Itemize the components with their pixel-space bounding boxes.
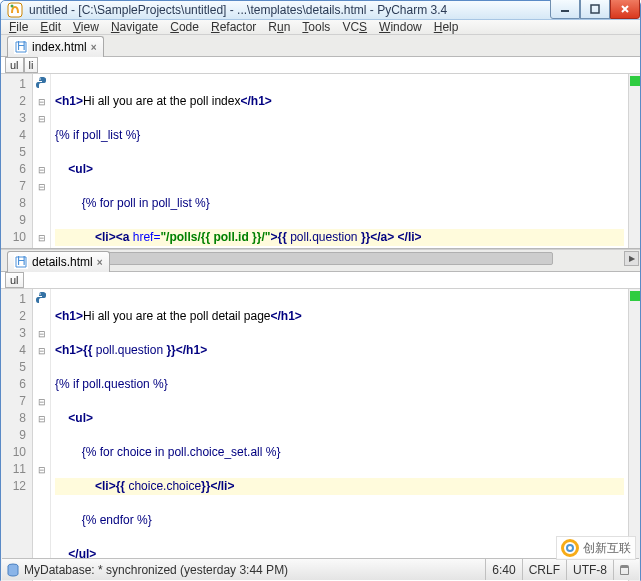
analysis-ok-icon: [630, 291, 640, 301]
line-num: 3: [3, 325, 26, 342]
line-num: 4: [3, 127, 26, 144]
fold-marker[interactable]: [33, 444, 50, 461]
app-logo-icon: [7, 2, 23, 18]
svg-text:H: H: [17, 40, 26, 53]
error-strip[interactable]: [628, 74, 640, 248]
menu-code[interactable]: Code: [170, 20, 199, 34]
menu-navigate[interactable]: Navigate: [111, 20, 158, 34]
fold-marker[interactable]: [33, 212, 50, 229]
fold-marker[interactable]: [33, 478, 50, 495]
line-num: 1: [3, 291, 26, 308]
fold-column: ⊟ ⊟ ⊟ ⊟ ⊟: [33, 289, 51, 581]
line-num: 8: [3, 410, 26, 427]
code-area-top[interactable]: <h1>Hi all you are at the poll index</h1…: [51, 74, 628, 248]
line-num: 9: [3, 212, 26, 229]
fold-marker[interactable]: [33, 427, 50, 444]
maximize-button[interactable]: [580, 0, 610, 19]
app-window: untitled - [C:\SampleProjects\untitled] …: [0, 0, 641, 581]
window-title: untitled - [C:\SampleProjects\untitled] …: [29, 3, 447, 17]
breadcrumb-bottom: ul: [1, 272, 640, 289]
menu-file[interactable]: File: [9, 20, 28, 34]
line-num: 10: [3, 444, 26, 461]
fold-marker[interactable]: ⊟: [33, 461, 50, 478]
tab-label: details.html: [32, 255, 93, 269]
fold-marker[interactable]: [33, 376, 50, 393]
tab-label: index.html: [32, 40, 87, 54]
html-file-icon: H: [14, 40, 28, 54]
tab-details-html[interactable]: H details.html ×: [7, 251, 110, 272]
breadcrumb-item[interactable]: ul: [5, 272, 24, 288]
watermark-logo-icon: [561, 539, 579, 557]
window-controls: [550, 1, 640, 19]
menu-view[interactable]: View: [73, 20, 99, 34]
tab-row-top: H index.html ×: [1, 35, 640, 57]
titlebar[interactable]: untitled - [C:\SampleProjects\untitled] …: [1, 1, 640, 20]
status-caret-pos[interactable]: 6:40: [485, 559, 521, 580]
line-num: 2: [3, 308, 26, 325]
minimize-button[interactable]: [550, 0, 580, 19]
tab-close-icon[interactable]: ×: [97, 257, 103, 268]
fold-marker[interactable]: [33, 144, 50, 161]
fold-marker[interactable]: ⊟: [33, 342, 50, 359]
fold-marker[interactable]: ⊟: [33, 93, 50, 110]
svg-text:H: H: [17, 255, 26, 268]
menu-window[interactable]: Window: [379, 20, 422, 34]
menu-tools[interactable]: Tools: [302, 20, 330, 34]
menu-edit[interactable]: Edit: [40, 20, 61, 34]
line-num: 3: [3, 110, 26, 127]
svg-point-9: [39, 293, 41, 295]
scroll-right-icon[interactable]: ▶: [624, 251, 639, 266]
menu-run[interactable]: Run: [268, 20, 290, 34]
watermark-text: 创新互联: [583, 540, 631, 557]
svg-rect-0: [8, 3, 22, 17]
close-button[interactable]: [610, 0, 640, 19]
line-num: 9: [3, 427, 26, 444]
fold-marker[interactable]: ⊟: [33, 229, 50, 246]
line-num: 5: [3, 359, 26, 376]
tab-close-icon[interactable]: ×: [91, 42, 97, 53]
line-num: 7: [3, 393, 26, 410]
html-file-icon: H: [14, 255, 28, 269]
fold-marker[interactable]: ⊟: [33, 410, 50, 427]
h-scrollbar-top[interactable]: ◀▶: [1, 249, 640, 250]
fold-marker[interactable]: ⊟: [33, 393, 50, 410]
fold-column: ⊟ ⊟ ⊟ ⊟ ⊟: [33, 74, 51, 248]
line-num: 11: [3, 461, 26, 478]
tab-index-html[interactable]: H index.html ×: [7, 36, 104, 57]
database-icon: [6, 563, 20, 577]
python-gutter-icon: [35, 76, 49, 93]
breadcrumb-item[interactable]: li: [24, 57, 39, 73]
fold-marker[interactable]: [33, 359, 50, 376]
menu-help[interactable]: Help: [434, 20, 459, 34]
svg-point-1: [11, 5, 14, 8]
fold-marker[interactable]: ⊟: [33, 161, 50, 178]
line-num: 5: [3, 144, 26, 161]
line-num: 6: [3, 376, 26, 393]
status-db[interactable]: MyDatabase: * synchronized (yesterday 3:…: [24, 563, 288, 577]
fold-marker[interactable]: ⊟: [33, 110, 50, 127]
menu-refactor[interactable]: Refactor: [211, 20, 256, 34]
scroll-thumb[interactable]: [33, 252, 553, 265]
breadcrumb-item[interactable]: ul: [5, 57, 24, 73]
status-encoding[interactable]: UTF-8: [566, 559, 613, 580]
fold-marker[interactable]: [33, 127, 50, 144]
editor-pane-bottom: 1 2 3 4 5 6 7 8 9 10 11 12 ⊟ ⊟ ⊟ ⊟ ⊟: [1, 289, 640, 581]
code-area-bottom[interactable]: <h1>Hi all you are at the poll detail pa…: [51, 289, 628, 581]
line-num: 6: [3, 161, 26, 178]
fold-marker[interactable]: ⊟: [33, 325, 50, 342]
python-gutter-icon: [35, 291, 49, 308]
fold-marker[interactable]: [33, 195, 50, 212]
fold-marker[interactable]: [33, 308, 50, 325]
line-num: 12: [3, 478, 26, 495]
menu-vcs[interactable]: VCS: [342, 20, 367, 34]
editor-pane-top: 1 2 3 4 5 6 7 8 9 10 ⊟ ⊟ ⊟ ⊟ ⊟ <h1>Hi al…: [1, 74, 640, 249]
svg-rect-3: [591, 5, 599, 13]
status-line-sep[interactable]: CRLF: [522, 559, 566, 580]
lock-icon: [620, 565, 629, 575]
gutter: 1 2 3 4 5 6 7 8 9 10: [1, 74, 33, 248]
fold-marker[interactable]: ⊟: [33, 178, 50, 195]
gutter: 1 2 3 4 5 6 7 8 9 10 11 12: [1, 289, 33, 581]
line-num: 10: [3, 229, 26, 246]
status-readonly-icon[interactable]: [613, 559, 635, 580]
svg-point-6: [39, 78, 41, 80]
